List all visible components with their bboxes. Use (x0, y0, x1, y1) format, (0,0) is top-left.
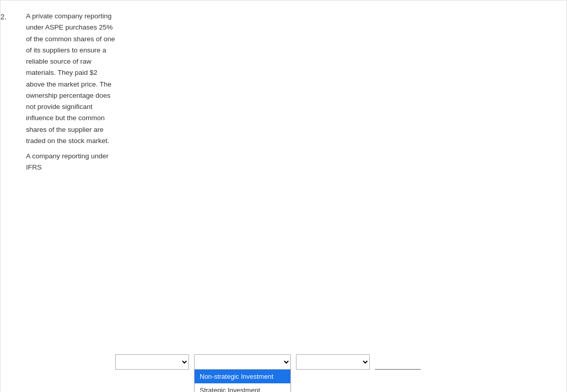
question-number: 2. (1, 11, 26, 21)
text-input[interactable] (375, 354, 421, 370)
question-wrapper: 2. A private company reporting under ASP… (1, 11, 566, 392)
select-second[interactable]: Non-strategic Investment Strategic Inves… (194, 354, 291, 370)
inputs-row: Option A Option B Option C Non-strategic… (115, 354, 421, 370)
dropdown-option-strategic[interactable]: Strategic Investment (195, 383, 290, 392)
page-container: 2. A private company reporting under ASP… (0, 0, 567, 392)
dropdown-option-non-strategic[interactable]: Non-strategic Investment (195, 370, 290, 383)
question-text: A private company reporting under ASPE p… (26, 11, 115, 174)
select-first[interactable]: Option A Option B Option C (115, 354, 189, 370)
dropdown-open: Non-strategic Investment Strategic Inves… (194, 370, 291, 392)
dropdown-container: Non-strategic Investment Strategic Inves… (194, 354, 291, 370)
select-third[interactable]: Option X Option Y (296, 354, 370, 370)
